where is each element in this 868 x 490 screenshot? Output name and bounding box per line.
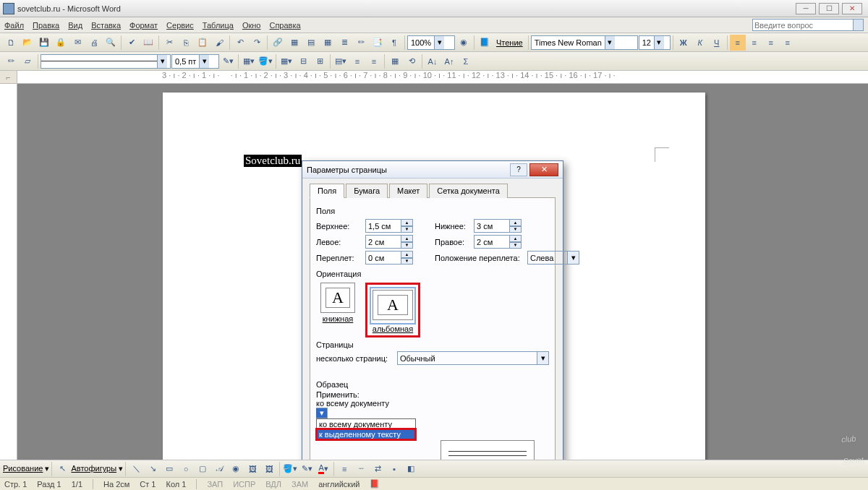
wordart-icon[interactable]: 𝒜: [211, 461, 227, 477]
margin-left-input[interactable]: ▲▼: [365, 235, 413, 249]
shadow-icon[interactable]: ▪: [386, 461, 402, 477]
multi-pages-select[interactable]: Обычный▾: [397, 351, 549, 365]
redo-icon[interactable]: ↷: [249, 35, 265, 51]
menu-format[interactable]: Формат: [129, 21, 158, 30]
format-painter-icon[interactable]: 🖌: [211, 35, 227, 51]
minimize-button[interactable]: ─: [796, 3, 816, 14]
dialog-titlebar[interactable]: Параметры страницы ? ✕: [302, 161, 563, 179]
menu-edit[interactable]: Правка: [33, 21, 59, 30]
split-cells-icon[interactable]: ⊞: [312, 53, 328, 69]
align-justify-button[interactable]: ≡: [780, 35, 796, 51]
cut-icon[interactable]: ✂: [161, 35, 177, 51]
paste-icon[interactable]: 📋: [195, 35, 210, 51]
gutter-input[interactable]: ▲▼: [365, 251, 413, 265]
tab-layout[interactable]: Макет: [389, 184, 427, 198]
autoshapes-menu[interactable]: Автофигуры ▾: [71, 464, 123, 473]
apply-option-selection[interactable]: к выделенному тексту: [317, 429, 415, 439]
clipart-icon[interactable]: 🖼: [244, 461, 260, 477]
horizontal-ruler[interactable]: 3 · ı · 2 · ı · 1 · ı · · ı · 1 · ı · 2 …: [17, 71, 868, 83]
distribute-rows-icon[interactable]: ≡: [349, 53, 365, 69]
sort-desc-icon[interactable]: A↑: [441, 53, 457, 69]
borders-icon[interactable]: ▦▾: [241, 53, 257, 69]
menu-tools[interactable]: Сервис: [166, 21, 194, 30]
print-icon[interactable]: 🖨: [86, 35, 102, 51]
hyperlink-icon[interactable]: 🔗: [270, 35, 286, 51]
margin-right-input[interactable]: ▲▼: [474, 235, 522, 249]
merge-cells-icon[interactable]: ⊟: [295, 53, 311, 69]
select-arrow-icon[interactable]: ↖: [54, 461, 70, 477]
status-rev[interactable]: ИСПР: [233, 480, 255, 489]
insert-table2-icon[interactable]: ▦▾: [278, 53, 294, 69]
read-icon[interactable]: 📘: [477, 35, 493, 51]
fill-color-icon[interactable]: 🪣▾: [282, 461, 298, 477]
read-label[interactable]: Чтение: [496, 38, 523, 47]
line-color-icon[interactable]: ✎▾: [299, 461, 315, 477]
copy-icon[interactable]: ⎘: [178, 35, 194, 51]
bold-button[interactable]: Ж: [676, 35, 692, 51]
distribute-cols-icon[interactable]: ≡: [366, 53, 382, 69]
margin-top-input[interactable]: ▲▼: [365, 219, 413, 233]
eraser-icon[interactable]: ▱: [20, 53, 35, 69]
apply-option-all[interactable]: ко всему документу: [317, 419, 415, 429]
help-icon[interactable]: ◉: [456, 35, 472, 51]
tab-docgrid[interactable]: Сетка документа: [429, 184, 508, 198]
diagram-icon[interactable]: ◉: [228, 461, 244, 477]
dialog-close-button[interactable]: ✕: [529, 163, 558, 176]
status-ovr[interactable]: ЗАМ: [292, 480, 308, 489]
save-icon[interactable]: 💾: [36, 35, 52, 51]
tables-borders-icon[interactable]: ▦: [286, 35, 302, 51]
apply-to-select[interactable]: ко всему документу▾: [316, 399, 416, 418]
gutter-pos-select[interactable]: Слева▾: [527, 251, 579, 265]
menu-help[interactable]: Справка: [269, 21, 300, 30]
help-search-input[interactable]: [752, 19, 854, 31]
size-combo[interactable]: 12▾: [639, 35, 671, 50]
orientation-portrait[interactable]: A книжная: [320, 283, 355, 338]
tab-paper[interactable]: Бумага: [346, 184, 388, 198]
research-icon[interactable]: 📖: [140, 35, 156, 51]
text-direction-icon[interactable]: ⟲: [404, 53, 420, 69]
linestyle-icon[interactable]: ≡: [336, 461, 352, 477]
align-center-button[interactable]: ≡: [746, 35, 762, 51]
line-style-combo[interactable]: ▾: [41, 54, 171, 69]
spell-icon[interactable]: ✔: [124, 35, 140, 51]
open-icon[interactable]: 📂: [20, 35, 35, 51]
status-rec[interactable]: ЗАП: [207, 480, 223, 489]
orientation-landscape[interactable]: A альбомная: [365, 283, 420, 338]
undo-icon[interactable]: ↶: [232, 35, 248, 51]
insert-table-icon[interactable]: ▤: [303, 35, 319, 51]
3d-icon[interactable]: ◧: [403, 461, 419, 477]
menu-insert[interactable]: Вставка: [91, 21, 121, 30]
zoom-combo[interactable]: 100%▾: [407, 35, 455, 50]
align-right-button[interactable]: ≡: [763, 35, 779, 51]
columns-icon[interactable]: ≣: [336, 35, 352, 51]
selected-text[interactable]: Sovetclub.ru: [244, 155, 302, 167]
docmap-icon[interactable]: 📑: [370, 35, 386, 51]
italic-button[interactable]: К: [692, 35, 708, 51]
align-left-button[interactable]: ≡: [730, 35, 746, 51]
draw-table-icon[interactable]: ✏: [3, 53, 19, 69]
line-weight-combo[interactable]: 0,5 пт▾: [171, 54, 219, 69]
arrowstyle-icon[interactable]: ⇄: [370, 461, 386, 477]
dashstyle-icon[interactable]: ┈: [353, 461, 369, 477]
textbox-icon[interactable]: ▢: [195, 461, 210, 477]
sort-asc-icon[interactable]: A↓: [425, 53, 441, 69]
status-ext[interactable]: ВДЛ: [265, 480, 281, 489]
excel-icon[interactable]: ▦: [320, 35, 336, 51]
new-doc-icon[interactable]: 🗋: [3, 35, 19, 51]
status-spell-icon[interactable]: 📕: [370, 479, 380, 489]
menu-view[interactable]: Вид: [68, 21, 82, 30]
rectangle-icon[interactable]: ▭: [161, 461, 177, 477]
align-cell-icon[interactable]: ▤▾: [333, 53, 349, 69]
font-color-icon[interactable]: A▾: [315, 461, 331, 477]
oval-icon[interactable]: ○: [178, 461, 194, 477]
autoformat-icon[interactable]: ▦: [387, 53, 403, 69]
margin-bottom-input[interactable]: ▲▼: [474, 219, 522, 233]
close-button[interactable]: ✕: [842, 3, 862, 14]
permission-icon[interactable]: 🔒: [53, 35, 69, 51]
border-color-icon[interactable]: ✎▾: [220, 53, 236, 69]
dialog-help-button[interactable]: ?: [510, 163, 527, 176]
menu-window[interactable]: Окно: [242, 21, 261, 30]
status-lang[interactable]: английский: [318, 480, 359, 489]
autosum-icon[interactable]: Σ: [458, 53, 474, 69]
menu-file[interactable]: Файл: [4, 21, 24, 30]
